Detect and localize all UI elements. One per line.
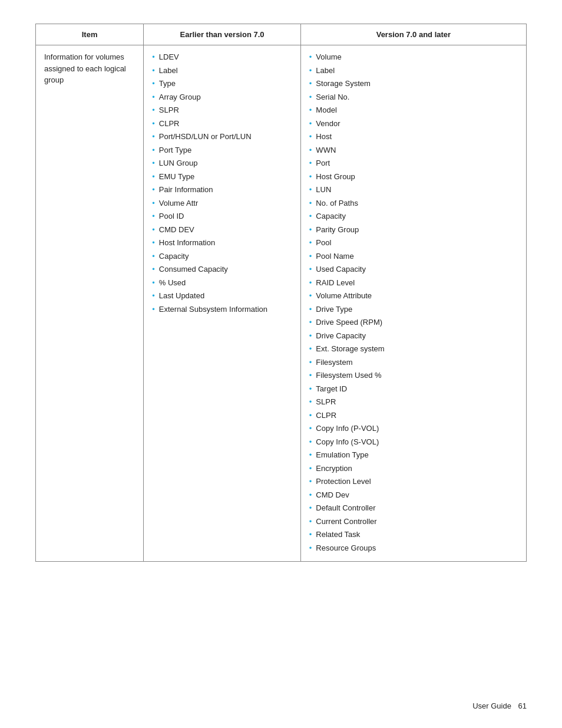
list-item: No. of Paths [309, 197, 518, 209]
list-item: CMD Dev [309, 489, 518, 501]
cell-earlier: LDEVLabelTypeArray GroupSLPRCLPRPort/HSD… [144, 45, 301, 562]
list-item: Last Updated [152, 290, 292, 302]
list-item: Emulation Type [309, 449, 518, 461]
list-item: Volume Attr [152, 197, 292, 209]
list-item: Type [152, 78, 292, 90]
list-item: Current Controller [309, 516, 518, 528]
list-item: Port/HSD/LUN or Port/LUN [152, 131, 292, 143]
list-item: Default Controller [309, 502, 518, 514]
list-item: Filesystem [309, 357, 518, 368]
list-item: CMD DEV [152, 224, 292, 236]
list-item: Host Group [309, 171, 518, 183]
list-item: Volume [309, 51, 518, 63]
list-item: Volume Attribute [309, 290, 518, 302]
list-item: Capacity [152, 251, 292, 262]
list-item: CLPR [152, 118, 292, 130]
list-item: RAID Level [309, 277, 518, 289]
list-item: Port Type [152, 144, 292, 156]
list-item: Copy Info (P-VOL) [309, 423, 518, 434]
list-item: % Used [152, 277, 292, 289]
list-item: Encryption [309, 463, 518, 475]
cell-item: Information for volumes assigned to each… [36, 45, 144, 562]
list-item: Filesystem Used % [309, 370, 518, 381]
list-item: SLPR [152, 104, 292, 116]
list-item: Target ID [309, 383, 518, 395]
list-item: Vendor [309, 118, 518, 130]
list-item: Array Group [152, 91, 292, 103]
list-item: EMU Type [152, 171, 292, 183]
list-item: Capacity [309, 210, 518, 222]
cell-later: VolumeLabelStorage SystemSerial No.Model… [300, 45, 526, 562]
list-item: Protection Level [309, 476, 518, 487]
row-label-text: Information for volumes assigned to each… [44, 52, 126, 84]
list-item: Drive Speed (RPM) [309, 317, 518, 328]
table-header-row: Item Earlier than version 7.0 Version 7.… [36, 24, 527, 45]
header-later: Version 7.0 and later [300, 24, 526, 45]
page-footer: User Guide 61 [472, 701, 527, 710]
table-row: Information for volumes assigned to each… [36, 45, 527, 562]
list-item: CLPR [309, 410, 518, 421]
list-item: Ext. Storage system [309, 343, 518, 355]
list-item: Parity Group [309, 224, 518, 236]
comparison-table: Item Earlier than version 7.0 Version 7.… [35, 24, 527, 562]
list-item: Resource Groups [309, 542, 518, 554]
list-item: Host Information [152, 237, 292, 249]
list-item: Host [309, 131, 518, 143]
earlier-list: LDEVLabelTypeArray GroupSLPRCLPRPort/HSD… [152, 51, 292, 315]
list-item: Consumed Capacity [152, 263, 292, 275]
list-item: Pair Information [152, 184, 292, 196]
header-earlier: Earlier than version 7.0 [144, 24, 301, 45]
later-list: VolumeLabelStorage SystemSerial No.Model… [309, 51, 518, 554]
header-item: Item [36, 24, 144, 45]
list-item: Pool Name [309, 251, 518, 262]
list-item: LUN [309, 184, 518, 196]
list-item: Drive Capacity [309, 330, 518, 342]
list-item: SLPR [309, 396, 518, 408]
list-item: Used Capacity [309, 263, 518, 275]
list-item: Pool ID [152, 210, 292, 222]
list-item: Related Task [309, 529, 518, 541]
page-wrapper: Item Earlier than version 7.0 Version 7.… [0, 0, 562, 609]
list-item: LUN Group [152, 157, 292, 169]
footer-page-number: 61 [518, 701, 527, 710]
list-item: Copy Info (S-VOL) [309, 436, 518, 448]
list-item: Model [309, 104, 518, 116]
footer-label: User Guide [472, 701, 511, 710]
list-item: Port [309, 157, 518, 169]
list-item: External Subsystem Information [152, 304, 292, 315]
list-item: Label [152, 65, 292, 77]
list-item: Storage System [309, 78, 518, 90]
list-item: Serial No. [309, 91, 518, 103]
list-item: Label [309, 65, 518, 77]
list-item: Pool [309, 237, 518, 249]
list-item: Drive Type [309, 304, 518, 315]
list-item: WWN [309, 144, 518, 156]
list-item: LDEV [152, 51, 292, 63]
